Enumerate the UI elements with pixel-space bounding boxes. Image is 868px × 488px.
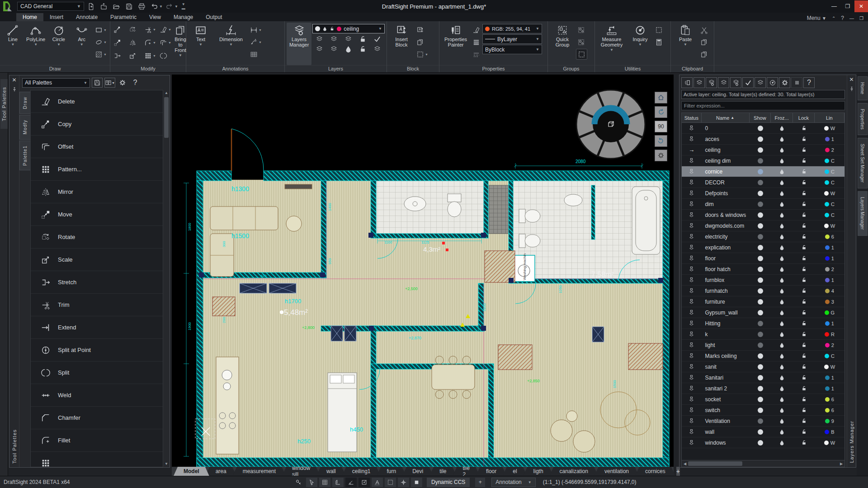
palette-help-button[interactable]: ?: [130, 78, 141, 88]
etrack-toggle[interactable]: [372, 478, 383, 487]
frozen-toggle[interactable]: [771, 166, 793, 177]
show-toggle[interactable]: [758, 429, 763, 435]
line-color-cell[interactable]: B: [815, 427, 844, 437]
redo-dropdown[interactable]: ▼: [175, 5, 178, 9]
palette-filter-combo[interactable]: All Palettes▼: [22, 78, 90, 88]
add-scale-button[interactable]: +: [475, 478, 485, 487]
layer-row-wall[interactable]: wallB: [682, 427, 844, 437]
tab-view[interactable]: View: [143, 13, 167, 21]
origin-toggle[interactable]: [398, 478, 409, 487]
frozen-toggle[interactable]: [771, 242, 793, 253]
scale-tool-button[interactable]: [127, 50, 143, 62]
properties-painter-button[interactable]: Properties Painter: [441, 23, 470, 65]
quick-group-button[interactable]: Quick Group: [550, 23, 575, 65]
layer-state-button[interactable]: [370, 44, 384, 53]
frozen-toggle[interactable]: [771, 177, 793, 188]
menu-button[interactable]: Menu ▼: [807, 15, 826, 21]
layer-row-socket[interactable]: socket6: [682, 394, 844, 405]
sheet-tab-el[interactable]: el: [503, 467, 527, 476]
line-color-cell[interactable]: 6: [815, 394, 844, 404]
layer-row-sanit[interactable]: sanitW: [682, 361, 844, 372]
restore-ribbon-icon[interactable]: ❐: [859, 16, 863, 21]
column-header-lock[interactable]: Lock: [793, 113, 814, 122]
sheet-tab-window-sill[interactable]: window sill: [282, 467, 320, 476]
lock-toggle[interactable]: [793, 405, 814, 415]
layer-row-sanitari[interactable]: Sanitari1: [682, 372, 844, 383]
frozen-toggle[interactable]: [771, 188, 793, 198]
workspace-combo[interactable]: CAD General▼: [17, 2, 84, 11]
frozen-toggle[interactable]: [771, 416, 793, 426]
layer-row-windows[interactable]: windowsW: [682, 437, 844, 448]
layer-unisolate-button[interactable]: [327, 44, 340, 53]
paste-button[interactable]: Paste▼: [673, 23, 698, 65]
layer-freeze-button[interactable]: [341, 34, 355, 43]
entity-outline-toggle[interactable]: [385, 478, 396, 487]
lock-toggle[interactable]: [793, 416, 814, 426]
hscroll-thumb[interactable]: [688, 461, 742, 466]
frozen-toggle[interactable]: [771, 253, 793, 263]
layer-row-defpoints[interactable]: DefpointsW: [682, 188, 844, 199]
lock-toggle[interactable]: [793, 242, 814, 253]
cut-button[interactable]: [699, 24, 709, 35]
line-color-cell[interactable]: 3: [815, 296, 844, 307]
layer-row-dwgmodels-com[interactable]: dwgmodels.comW: [682, 221, 844, 231]
sheet-tab-tile[interactable]: tile: [429, 467, 456, 476]
dynamic-ccs-button[interactable]: Dynamic CCS: [427, 478, 470, 487]
lock-toggle[interactable]: [793, 394, 814, 404]
show-toggle[interactable]: [758, 180, 763, 185]
line-color-cell[interactable]: C: [815, 210, 844, 220]
line-color-cell[interactable]: 1: [815, 134, 844, 144]
close-layers-panel-icon[interactable]: ✕: [849, 76, 854, 85]
line-color-cell[interactable]: R: [815, 329, 844, 339]
frozen-toggle[interactable]: [771, 427, 793, 437]
dock-tab-layers-manager[interactable]: Layers Manager: [858, 191, 868, 235]
lock-toggle[interactable]: [793, 231, 814, 242]
layer-on-button[interactable]: [370, 34, 384, 43]
lock-toggle[interactable]: [793, 123, 814, 133]
show-toggle[interactable]: [758, 126, 763, 131]
sheet-tab-measurement[interactable]: measurement: [233, 467, 286, 476]
layer-row-decor[interactable]: DECORC: [682, 177, 844, 188]
show-toggle[interactable]: [758, 136, 763, 142]
activate-layer-button[interactable]: [742, 77, 754, 88]
layer-row-cornice[interactable]: corniceC: [682, 166, 844, 177]
mirror-tool-button[interactable]: [127, 37, 143, 49]
column-header-show[interactable]: Show: [750, 113, 771, 122]
frozen-toggle[interactable]: [771, 199, 793, 209]
trim-tool-button[interactable]: ▼: [143, 23, 158, 36]
column-header-name[interactable]: Name ▲: [702, 113, 750, 122]
wheel-rotate-ccw-button[interactable]: [655, 106, 667, 118]
scroll-up-icon[interactable]: ▲: [165, 90, 168, 96]
palette-scrollbar[interactable]: ▲ ▼: [163, 90, 170, 467]
line-color-cell[interactable]: 6: [815, 405, 844, 415]
show-toggle[interactable]: [758, 169, 763, 174]
line-color-cell[interactable]: G: [815, 307, 844, 318]
palette-tab-draw[interactable]: Draw: [19, 92, 30, 114]
ellipse-button[interactable]: ▼: [94, 37, 108, 47]
leader-button[interactable]: ▼: [249, 37, 263, 47]
new-file-button[interactable]: [85, 1, 97, 11]
line-color-cell[interactable]: 1: [815, 253, 844, 263]
line-color-cell[interactable]: 9: [815, 416, 844, 426]
palette-item-mirror[interactable]: Mirror: [31, 181, 163, 203]
palette-item-rotate[interactable]: Rotate: [31, 226, 163, 249]
show-toggle[interactable]: [758, 212, 763, 218]
show-toggle[interactable]: [758, 245, 763, 250]
dock-tab-sheet-set-manager[interactable]: Sheet Set Manager: [858, 138, 868, 188]
palette-item-copy[interactable]: Copy: [31, 113, 163, 136]
line-button[interactable]: Line▼: [2, 23, 24, 65]
add-sheet-button[interactable]: +: [676, 467, 680, 476]
fillet-tool-button[interactable]: ▼: [143, 37, 158, 49]
scrollbar-thumb[interactable]: [164, 97, 169, 138]
linear-dimension-button[interactable]: ▼: [249, 24, 263, 35]
palette-item-offset[interactable]: Offset: [31, 136, 163, 158]
save-button[interactable]: [123, 1, 135, 11]
select-matching-button[interactable]: [654, 24, 664, 35]
show-toggle[interactable]: [758, 343, 763, 348]
polar-toggle[interactable]: [345, 478, 357, 487]
group-display-button[interactable]: [576, 49, 587, 60]
lock-toggle[interactable]: [793, 361, 814, 372]
sheet-tab-furn[interactable]: furn: [377, 467, 406, 476]
show-toggle[interactable]: [758, 353, 763, 359]
linestyle-icon[interactable]: [471, 49, 481, 60]
